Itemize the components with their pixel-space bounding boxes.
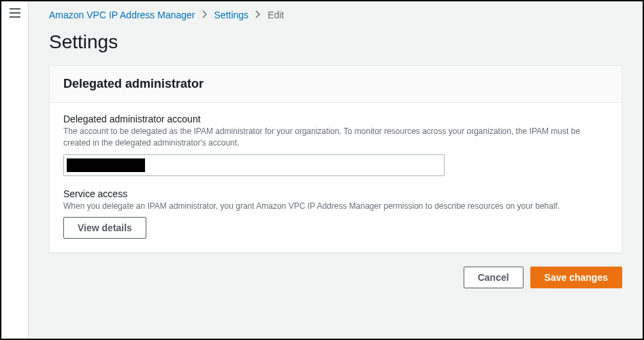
breadcrumb-root-link[interactable]: Amazon VPC IP Address Manager [49, 10, 195, 20]
chevron-right-icon [255, 10, 261, 20]
account-description: The account to be delegated as the IPAM … [63, 126, 608, 149]
delegated-admin-panel: Delegated administrator Delegated admini… [49, 65, 622, 253]
breadcrumb-settings-link[interactable]: Settings [214, 10, 249, 20]
main-content: Amazon VPC IP Address Manager Settings E… [29, 1, 643, 339]
chevron-right-icon [202, 10, 208, 20]
cancel-button[interactable]: Cancel [464, 267, 524, 288]
panel-body: Delegated administrator account The acco… [50, 103, 622, 252]
action-row: Cancel Save changes [49, 267, 622, 288]
view-details-button[interactable]: View details [63, 217, 146, 239]
service-access-label: Service access [63, 188, 608, 199]
left-rail [1, 1, 29, 339]
service-access-group: Service access When you delegate an IPAM… [63, 188, 608, 239]
panel-title: Delegated administrator [63, 77, 608, 91]
account-input[interactable] [63, 154, 445, 176]
account-label: Delegated administrator account [63, 114, 608, 124]
breadcrumb: Amazon VPC IP Address Manager Settings E… [49, 10, 622, 20]
account-field-group: Delegated administrator account The acco… [63, 114, 608, 176]
save-changes-button[interactable]: Save changes [530, 267, 622, 288]
page-title: Settings [49, 31, 622, 53]
menu-icon[interactable] [10, 8, 20, 18]
redacted-value [67, 158, 145, 172]
panel-header: Delegated administrator [50, 66, 622, 103]
breadcrumb-current: Edit [268, 10, 284, 20]
service-access-description: When you delegate an IPAM administrator,… [63, 201, 608, 212]
